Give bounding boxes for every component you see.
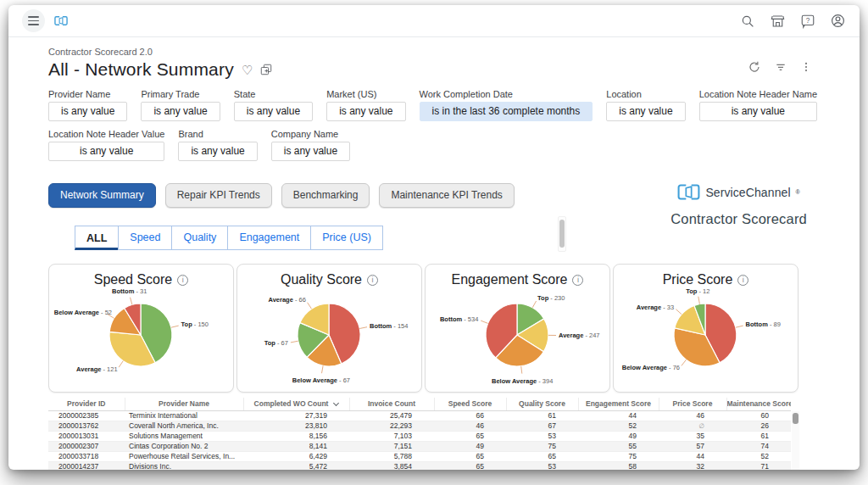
- help-icon[interactable]: ?: [800, 14, 815, 29]
- sub-tab-price-us[interactable]: Price (US): [310, 226, 383, 250]
- cell-provider-name[interactable]: Divisions Inc.: [125, 461, 243, 470]
- cell-quality-score[interactable]: 61: [506, 410, 578, 421]
- cell-speed-score[interactable]: 65: [434, 461, 506, 470]
- cell-price-score[interactable]: 44: [659, 451, 726, 461]
- sub-tab-all[interactable]: ALL: [75, 226, 119, 250]
- cell-engagement-score[interactable]: 55: [578, 441, 659, 451]
- cell-quality-score[interactable]: 67: [506, 421, 578, 431]
- column-header-provider-name[interactable]: Provider Name: [125, 398, 243, 410]
- cell-price-score[interactable]: 46: [659, 410, 726, 421]
- nav-tab-benchmarking[interactable]: Benchmarking: [281, 183, 370, 208]
- cell-maintenance-score[interactable]: 60: [726, 410, 791, 421]
- filter-value-location[interactable]: is any value: [606, 102, 685, 121]
- sort-desc-icon[interactable]: [333, 400, 339, 406]
- breadcrumb[interactable]: Contractor Scorecard 2.0: [48, 47, 272, 57]
- favorite-heart-icon[interactable]: ♡: [242, 64, 253, 76]
- cell-engagement-score[interactable]: 52: [578, 421, 659, 431]
- cell-provider-id[interactable]: 2000002385: [48, 410, 125, 421]
- cell-invoice-count[interactable]: 7,103: [349, 431, 434, 441]
- filter-value-company-name[interactable]: is any value: [271, 142, 350, 161]
- column-header-provider-id[interactable]: Provider ID: [48, 398, 125, 410]
- cell-engagement-score[interactable]: 44: [578, 410, 659, 421]
- filter-value-work-completion-date[interactable]: is in the last 36 complete months: [420, 102, 593, 121]
- table-scrollbar-thumb[interactable]: [793, 413, 798, 424]
- column-header-invoice-count[interactable]: Invoice Count: [349, 398, 434, 410]
- search-icon[interactable]: [740, 14, 755, 29]
- cell-provider-id[interactable]: 2000013762: [48, 421, 125, 431]
- cell-invoice-count[interactable]: 5,788: [349, 451, 434, 461]
- column-header-engagement-score[interactable]: Engagement Score: [578, 398, 659, 410]
- cell-completed-wo-count[interactable]: 5,472: [243, 461, 349, 470]
- cell-provider-name[interactable]: Cintas Corporation No. 2: [125, 441, 243, 451]
- scrollbar-thumb[interactable]: [559, 220, 565, 248]
- marketplace-icon[interactable]: [770, 14, 786, 29]
- cell-completed-wo-count[interactable]: 8,141: [243, 441, 349, 451]
- servicechannel-mini-logo-icon[interactable]: [54, 15, 68, 26]
- cell-price-score[interactable]: ∅: [659, 421, 726, 431]
- sub-tab-engagement[interactable]: Engagement: [227, 226, 311, 250]
- cell-quality-score[interactable]: 53: [506, 461, 578, 470]
- more-options-icon[interactable]: [800, 60, 812, 74]
- filter-value-primary-trade[interactable]: is any value: [141, 102, 220, 121]
- info-icon[interactable]: i: [737, 275, 748, 286]
- filter-value-location-note-header-value[interactable]: is any value: [48, 142, 164, 161]
- cell-maintenance-score[interactable]: 61: [726, 431, 791, 441]
- filter-value-provider-name[interactable]: is any value: [48, 102, 127, 121]
- cell-engagement-score[interactable]: 49: [578, 431, 659, 441]
- refresh-icon[interactable]: [748, 60, 761, 74]
- filter-value-location-note-header-name[interactable]: is any value: [699, 102, 817, 121]
- sub-tab-quality[interactable]: Quality: [171, 226, 228, 250]
- cell-completed-wo-count[interactable]: 27,319: [243, 410, 349, 421]
- cell-invoice-count[interactable]: 3,854: [349, 461, 434, 470]
- info-icon[interactable]: i: [177, 275, 188, 286]
- cell-price-score[interactable]: 57: [659, 441, 726, 451]
- cell-speed-score[interactable]: 49: [434, 441, 506, 451]
- cell-price-score[interactable]: 35: [659, 431, 726, 441]
- column-header-quality-score[interactable]: Quality Score: [506, 398, 578, 410]
- nav-tab-maintenance-kpi-trends[interactable]: Maintenance KPI Trends: [379, 183, 514, 208]
- cell-quality-score[interactable]: 75: [506, 441, 578, 451]
- cell-completed-wo-count[interactable]: 8,156: [243, 431, 349, 441]
- column-header-price-score[interactable]: Price Score: [659, 398, 726, 410]
- nav-tab-repair-kpi-trends[interactable]: Repair KPI Trends: [165, 183, 272, 208]
- nav-tab-network-summary[interactable]: Network Summary: [48, 183, 156, 208]
- cell-maintenance-score[interactable]: 52: [726, 451, 791, 461]
- cell-provider-id[interactable]: 2000014237: [48, 461, 125, 470]
- column-header-maintenance-score[interactable]: Maintenance Score: [726, 398, 791, 410]
- filter-value-market-us[interactable]: is any value: [326, 102, 405, 121]
- account-icon[interactable]: [830, 13, 846, 29]
- cell-engagement-score[interactable]: 58: [578, 461, 659, 470]
- cell-provider-name[interactable]: Powerhouse Retail Services, In...: [125, 451, 243, 461]
- cell-maintenance-score[interactable]: 26: [726, 421, 791, 431]
- cell-provider-name[interactable]: Solutions Management: [125, 431, 243, 441]
- cell-quality-score[interactable]: 65: [506, 451, 578, 461]
- cell-price-score[interactable]: 32: [659, 461, 726, 470]
- cell-provider-name[interactable]: Coverall North America, Inc.: [125, 421, 243, 431]
- cell-invoice-count[interactable]: 7,151: [349, 441, 434, 451]
- cell-completed-wo-count[interactable]: 6,429: [243, 451, 349, 461]
- filter-value-brand[interactable]: is any value: [178, 142, 257, 161]
- column-header-completed-wo-count[interactable]: Completed WO Count: [243, 398, 349, 410]
- cell-speed-score[interactable]: 46: [434, 421, 506, 431]
- cell-invoice-count[interactable]: 22,293: [349, 421, 434, 431]
- menu-icon[interactable]: [22, 9, 45, 32]
- cell-provider-id[interactable]: 2000002307: [48, 441, 125, 451]
- info-icon[interactable]: i: [572, 275, 583, 286]
- info-icon[interactable]: i: [367, 275, 378, 286]
- filter-value-state[interactable]: is any value: [234, 102, 313, 121]
- table-scrollbar[interactable]: [792, 411, 799, 470]
- cell-completed-wo-count[interactable]: 23,810: [243, 421, 349, 431]
- cell-speed-score[interactable]: 65: [434, 431, 506, 441]
- cell-quality-score[interactable]: 53: [506, 431, 578, 441]
- filters-toggle-icon[interactable]: [774, 60, 787, 74]
- cell-engagement-score[interactable]: 75: [578, 451, 659, 461]
- subtabs-scrollbar[interactable]: [558, 216, 566, 252]
- cell-maintenance-score[interactable]: 71: [726, 461, 791, 470]
- cell-provider-id[interactable]: 2000013031: [48, 431, 125, 441]
- cell-provider-id[interactable]: 2000033718: [48, 451, 125, 461]
- move-to-board-icon[interactable]: [260, 64, 272, 75]
- column-header-speed-score[interactable]: Speed Score: [434, 398, 506, 410]
- cell-invoice-count[interactable]: 25,479: [349, 410, 434, 421]
- cell-provider-name[interactable]: Terminix International: [125, 410, 243, 421]
- cell-speed-score[interactable]: 66: [434, 410, 506, 421]
